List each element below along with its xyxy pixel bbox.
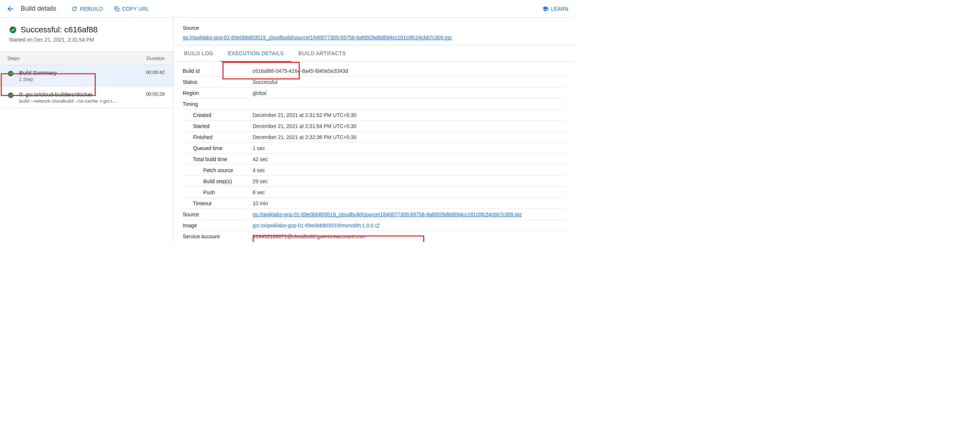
learn-icon: [542, 6, 549, 12]
row-timeout: Timeout 10 min: [183, 198, 565, 209]
row-started: Started December 21, 2021 at 2:31:54 PM …: [183, 120, 565, 131]
tab-build-artifacts[interactable]: BUILD ARTIFACTS: [291, 45, 353, 62]
copy-icon: [113, 6, 120, 12]
topbar: Build details REBUILD COPY URL LEARN: [0, 0, 574, 17]
back-button[interactable]: [6, 5, 15, 13]
page-title: Build details: [21, 5, 56, 13]
execution-details-table: Build id c616af88-0475-4164-8a45-fd40e5e…: [174, 65, 574, 242]
refresh-icon: [71, 6, 78, 12]
svg-point-3: [8, 93, 14, 98]
row-total-build: Total build time 42 sec: [183, 154, 565, 165]
steps-header: Steps Duration: [0, 52, 173, 65]
step-duration: 00:00:29: [146, 91, 165, 97]
row-service-account: Service Account 319452186871@cloudbuild.…: [183, 231, 565, 242]
step-0[interactable]: 0: gcr.io/cloud-builders/docker build --…: [0, 87, 173, 109]
row-push: Push 6 sec: [183, 187, 565, 198]
row-status: Status Successful: [183, 76, 565, 87]
row-region: Region global: [183, 87, 565, 98]
step-subtitle: 1 Step: [19, 76, 142, 82]
row-source: Source gs://qwiklabs-gcp-01-69e0bb803519…: [183, 209, 565, 220]
build-status-heading: Successful: c616af88: [9, 25, 165, 35]
svg-point-1: [10, 27, 16, 33]
row-build-id: Build id c616af88-0475-4164-8a45-fd40e5e…: [183, 65, 565, 76]
rebuild-button[interactable]: REBUILD: [71, 6, 103, 12]
step-duration: 00:00:42: [146, 70, 165, 75]
row-queued: Queued time 1 sec: [183, 143, 565, 154]
success-icon: [7, 92, 14, 98]
source-link[interactable]: gs://qwiklabs-gcp-01-69e0bb803519_cloudb…: [183, 35, 452, 40]
tab-build-log[interactable]: BUILD LOG: [177, 45, 221, 62]
left-panel: Successful: c616af88 Started on Dec 21, …: [0, 17, 174, 242]
tabs: BUILD LOG EXECUTION DETAILS BUILD ARTIFA…: [174, 45, 574, 62]
external-link-icon: [375, 223, 380, 228]
row-finished: Finished December 21, 2021 at 2:32:36 PM…: [183, 131, 565, 143]
step-title: 0: gcr.io/cloud-builders/docker: [19, 91, 142, 97]
main-panel: Source gs://qwiklabs-gcp-01-69e0bb803519…: [174, 17, 574, 242]
image-link[interactable]: gcr.io/qwiklabs-gcp-01-69e0bb803519/mono…: [253, 223, 380, 228]
success-icon: [9, 26, 17, 34]
source-label: Source: [183, 25, 565, 31]
arrow-left-icon: [6, 5, 14, 13]
row-image: Image gcr.io/qwiklabs-gcp-01-69e0bb80351…: [183, 220, 565, 231]
source-link-detail[interactable]: gs://qwiklabs-gcp-01-69e0bb803519_cloudb…: [253, 211, 522, 217]
svg-rect-0: [116, 8, 119, 11]
started-text: Started on Dec 21, 2021, 2:31:54 PM: [9, 37, 165, 43]
tab-execution-details[interactable]: EXECUTION DETAILS: [221, 45, 291, 62]
copy-url-button[interactable]: COPY URL: [113, 6, 149, 12]
row-fetch-source: Fetch source 4 sec: [183, 165, 565, 176]
row-created: Created December 21, 2021 at 2:31:52 PM …: [183, 109, 565, 120]
learn-button[interactable]: LEARN: [542, 6, 568, 12]
svg-point-2: [8, 71, 14, 76]
step-subtitle: build --network cloudbuild --no-cache -t…: [19, 98, 142, 104]
row-timing: Timing: [183, 98, 565, 109]
row-build-steps: Build step(s) 29 sec: [183, 176, 565, 187]
step-title: Build Summary: [19, 70, 142, 76]
step-build-summary[interactable]: Build Summary 1 Step 00:00:42: [0, 65, 173, 87]
success-icon: [7, 70, 14, 77]
